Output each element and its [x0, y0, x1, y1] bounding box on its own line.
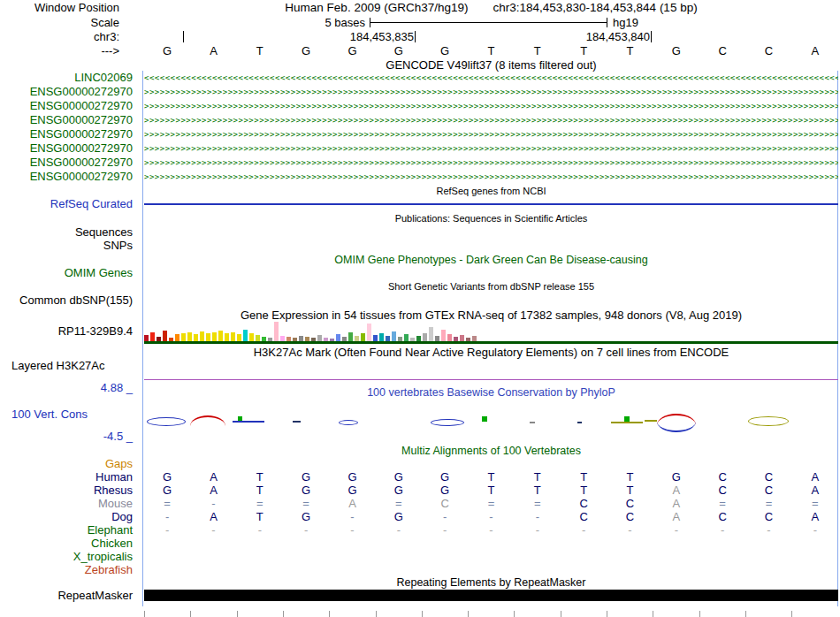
alignment-cells[interactable]: GATGGGGTTTTGCCA — [144, 470, 838, 484]
track-label-snps[interactable]: SNPs — [0, 239, 133, 253]
alignment-base: = — [468, 497, 514, 510]
gtex-expression-bar[interactable] — [447, 334, 452, 341]
gtex-gene-line[interactable] — [144, 341, 838, 344]
alignment-base: - — [283, 523, 329, 537]
track-label-gtex-gene[interactable]: RP11-329B9.4 — [0, 320, 133, 343]
gtex-expression-bar[interactable] — [212, 332, 217, 341]
repeatmasker-row: RepeatMasker — [0, 589, 840, 602]
gencode-title-row: GENCODE V49lift37 (8 items filtered out) — [0, 58, 840, 72]
gene-model[interactable]: >>>>>>>>>>>>>>>>>>>>>>>>>>>>>>>>>>>>>>>>… — [144, 113, 838, 127]
scale-label: Scale — [0, 16, 119, 30]
gene-model[interactable]: <<<<<<<<<<<<<<<<<<<<<<<<<<<<<<<<<<<<<<<<… — [144, 71, 838, 85]
gtex-expression-bar[interactable] — [231, 332, 235, 341]
species-label[interactable]: X_tropicalis — [0, 550, 133, 563]
gene-label[interactable]: ENSG00000272970 — [0, 156, 133, 170]
reference-bases[interactable]: GATGGGGTTTTGCCA — [144, 44, 838, 58]
gtex-expression-bar[interactable] — [187, 332, 192, 341]
repeatmasker-item[interactable] — [144, 590, 838, 601]
gtex-expression-bar[interactable] — [200, 331, 204, 341]
gene-model[interactable]: >>>>>>>>>>>>>>>>>>>>>>>>>>>>>>>>>>>>>>>>… — [144, 170, 838, 184]
gene-row: ENSG00000272970>>>>>>>>>>>>>>>>>>>>>>>>>… — [0, 127, 840, 141]
gene-label[interactable]: ENSG00000272970 — [0, 141, 133, 156]
gtex-expression-bar[interactable] — [218, 331, 223, 341]
gtex-expression-bar[interactable] — [348, 332, 353, 341]
track-label-omim-genes[interactable]: OMIM Genes — [0, 266, 133, 280]
gtex-expression-bar[interactable] — [256, 335, 260, 341]
ruler-tick — [415, 31, 416, 42]
refseq-track[interactable] — [144, 197, 838, 211]
species-label[interactable]: Elephant — [0, 523, 133, 537]
gtex-expression-bar[interactable] — [225, 333, 229, 341]
gtex-expression-bar[interactable] — [404, 334, 409, 341]
track-label-refseq-curated[interactable]: RefSeq Curated — [0, 197, 133, 211]
h3k27ac-baseline[interactable] — [144, 379, 838, 380]
alignment-cells[interactable] — [144, 537, 838, 550]
alignment-cells[interactable] — [144, 550, 838, 563]
gene-row: ENSG00000272970>>>>>>>>>>>>>>>>>>>>>>>>>… — [0, 85, 840, 99]
gtex-expression-bar[interactable] — [361, 333, 365, 341]
track-label-common-dbsnp[interactable]: Common dbSNP(155) — [0, 293, 133, 308]
ruler-track[interactable]: 184,453,835 184,453,840 — [144, 30, 838, 44]
species-label[interactable]: Mouse — [0, 497, 133, 510]
gtex-expression-bar[interactable] — [429, 327, 433, 341]
gtex-expression-bar[interactable] — [460, 335, 464, 341]
gtex-expression-bar[interactable] — [249, 333, 254, 341]
gtex-expression-bar[interactable] — [175, 334, 179, 341]
gtex-expression-bar[interactable] — [237, 334, 241, 341]
gtex-expression-bar[interactable] — [163, 331, 167, 341]
species-label[interactable]: Zebrafish — [0, 563, 133, 576]
gtex-expression-barchart[interactable] — [144, 320, 838, 341]
h3k27ac-title: H3K27Ac Mark (Often Found Near Active Re… — [144, 346, 838, 359]
gtex-expression-bar[interactable] — [336, 334, 340, 341]
alignment-cells[interactable]: -ATG-G---CCACCA — [144, 510, 838, 523]
gene-label[interactable]: ENSG00000272970 — [0, 127, 133, 141]
gene-label[interactable]: LINC02069 — [0, 71, 133, 85]
window-position-label: Window Position — [0, 1, 119, 15]
refseq-curated-item[interactable] — [144, 203, 838, 205]
species-label[interactable]: Rhesus — [0, 484, 133, 497]
alignment-cells[interactable] — [144, 563, 838, 576]
gene-model[interactable]: >>>>>>>>>>>>>>>>>>>>>>>>>>>>>>>>>>>>>>>>… — [144, 99, 838, 113]
gene-label[interactable]: ENSG00000272970 — [0, 99, 133, 113]
species-label[interactable]: Dog — [0, 510, 133, 523]
gtex-expression-bar[interactable] — [243, 330, 248, 341]
track-label-h3k27ac[interactable]: Layered H3K27Ac — [0, 359, 277, 373]
alignment-row: Dog-ATG-G---CCACCA — [0, 510, 840, 523]
species-label[interactable]: Human — [0, 470, 133, 484]
alignment-cells[interactable]: =-==A=C==CCA=== — [144, 497, 838, 510]
track-label-sequences[interactable]: Sequences — [0, 225, 133, 240]
repeatmasker-track[interactable] — [144, 589, 838, 602]
gtex-expression-bar[interactable] — [274, 322, 279, 341]
gtex-expression-bar[interactable] — [423, 333, 427, 341]
gene-model[interactable]: >>>>>>>>>>>>>>>>>>>>>>>>>>>>>>>>>>>>>>>>… — [144, 127, 838, 141]
gtex-expression-bar[interactable] — [206, 333, 210, 341]
alignment-cells[interactable]: --------------- — [144, 523, 838, 537]
gene-model[interactable]: >>>>>>>>>>>>>>>>>>>>>>>>>>>>>>>>>>>>>>>>… — [144, 141, 838, 156]
gtex-expression-bar[interactable] — [441, 330, 446, 341]
gtex-expression-bar[interactable] — [144, 335, 149, 341]
gene-model[interactable]: >>>>>>>>>>>>>>>>>>>>>>>>>>>>>>>>>>>>>>>>… — [144, 85, 838, 99]
species-label[interactable]: Gaps — [0, 457, 133, 470]
sequences-row: Sequences — [0, 225, 840, 240]
gtex-expression-bar[interactable] — [194, 334, 198, 341]
gene-label[interactable]: ENSG00000272970 — [0, 113, 133, 127]
gtex-expression-bar[interactable] — [392, 331, 396, 341]
species-label[interactable]: Chicken — [0, 537, 133, 550]
alignment-cells[interactable]: GATGGGGTTTTACCA — [144, 484, 838, 497]
track-label-repeatmasker[interactable]: RepeatMasker — [0, 589, 133, 603]
alignment-base: T — [237, 470, 283, 484]
track-label-conservation[interactable]: 100 Vert. Cons — [0, 408, 277, 422]
alignment-base: C — [422, 497, 468, 510]
gene-model[interactable]: >>>>>>>>>>>>>>>>>>>>>>>>>>>>>>>>>>>>>>>>… — [144, 156, 838, 170]
gtex-expression-bar[interactable] — [379, 333, 384, 341]
gtex-expression-bar[interactable] — [317, 335, 322, 341]
gtex-expression-bar[interactable] — [181, 333, 186, 341]
gtex-expression-bar[interactable] — [150, 332, 155, 341]
alignment-cells[interactable] — [144, 457, 838, 470]
strand-arrow-label: ---> — [0, 44, 119, 58]
gtex-expression-bar[interactable] — [367, 324, 371, 341]
alignment-base: = — [237, 497, 283, 510]
gene-label[interactable]: ENSG00000272970 — [0, 170, 133, 184]
gtex-expression-bar[interactable] — [373, 335, 378, 341]
gene-label[interactable]: ENSG00000272970 — [0, 85, 133, 99]
